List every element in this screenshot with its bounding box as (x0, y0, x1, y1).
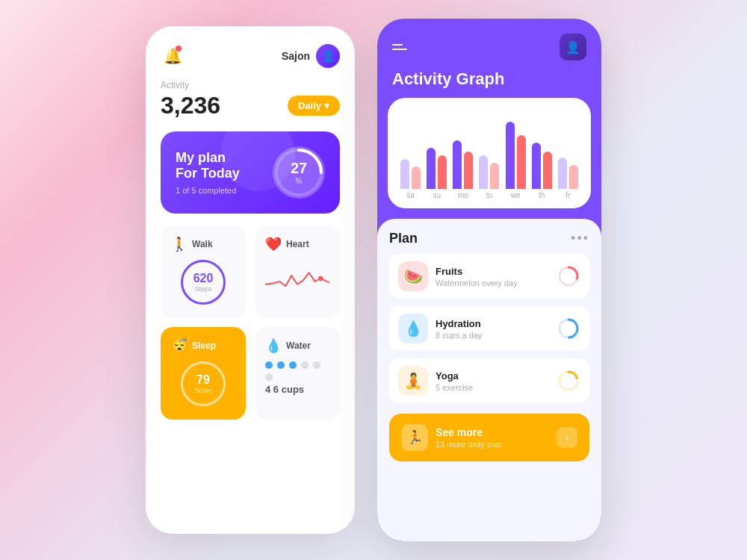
hydration-progress (557, 317, 580, 340)
sleep-card: 😴 Sleep 79 Score (161, 327, 246, 420)
walk-unit: Steps (194, 285, 211, 293)
hydration-desc: 8 cups a day (436, 331, 549, 340)
hydration-name: Hydration (436, 318, 549, 329)
notification-dot (176, 46, 182, 52)
water-title: Water (286, 340, 311, 351)
header: 🔔 Sajon 👤 (161, 44, 340, 68)
dots-menu[interactable]: ••• (571, 231, 589, 246)
plan-item-hydration[interactable]: 💧 Hydration 8 cups a day (389, 306, 589, 351)
plan-card: My plan For Today 1 of 5 completed 27 % (161, 131, 340, 214)
plan-title: My plan (176, 150, 240, 166)
bar-we: we (505, 122, 527, 199)
sleep-icon: 😴 (171, 337, 187, 354)
heart-title: Heart (286, 239, 309, 249)
see-more-subtitle: 13 more daily plan (436, 440, 549, 449)
user-name: Sajon (282, 50, 310, 62)
avatar[interactable]: 👤 (316, 44, 340, 68)
yoga-name: Yoga (436, 370, 549, 382)
bell-icon[interactable]: 🔔 (161, 44, 185, 68)
bar-su: su (426, 148, 447, 199)
sleep-title: Sleep (192, 340, 216, 351)
see-more-arrow: › (557, 427, 577, 448)
right-header: 👤 (377, 19, 601, 60)
water-dot-3 (289, 361, 297, 369)
walk-card: 🚶 Walk 620 Steps (161, 225, 246, 318)
see-more-button[interactable]: 🏃 See more 13 more daily plan › (389, 414, 589, 461)
fruits-desc: Watermelon every day (436, 279, 549, 287)
graph-card: sa su mo (388, 98, 591, 208)
activity-count: 3,236 (161, 92, 220, 119)
plan-header: Plan ••• (389, 231, 589, 246)
water-dots (265, 361, 329, 381)
walk-title: Walk (192, 239, 213, 249)
yoga-icon: 🧘 (398, 366, 428, 396)
walk-value: 620 (193, 272, 214, 285)
bar-tu: tu (478, 155, 500, 199)
left-phone: 🔔 Sajon 👤 Activity 3,236 Daily ▾ My plan… (146, 26, 355, 534)
bar-chart: sa su mo (400, 110, 579, 199)
heart-card: ❤️ Heart (255, 225, 340, 318)
svg-point-2 (318, 276, 323, 281)
fruits-name: Fruits (436, 266, 549, 277)
water-card: 💧 Water 4 6 cups (255, 327, 340, 420)
plan-item-yoga[interactable]: 🧘 Yoga 5 exercise (389, 358, 589, 403)
walk-circle: 620 Steps (181, 260, 226, 305)
water-content: 4 6 cups (265, 358, 329, 398)
activity-graph-title: Activity Graph (377, 60, 601, 89)
bar-mo: mo (452, 140, 474, 199)
see-more-title: See more (436, 426, 549, 438)
heart-rate-line (265, 260, 329, 297)
activity-label: Activity (161, 80, 340, 90)
water-icon: 💧 (265, 337, 282, 354)
plan-section-title: Plan (389, 231, 418, 246)
yoga-progress (557, 369, 580, 393)
right-phone: 👤 Activity Graph sa su (377, 19, 601, 541)
activity-row: 3,236 Daily ▾ (161, 92, 340, 119)
walk-icon: 🚶 (171, 236, 187, 252)
water-dot-4 (301, 361, 309, 369)
sleep-unit: Score (194, 387, 212, 394)
sleep-value: 79 (196, 373, 210, 387)
bar-sa: sa (400, 159, 421, 199)
activity-section: Activity 3,236 Daily ▾ (161, 80, 340, 119)
right-avatar[interactable]: 👤 (560, 34, 586, 60)
right-content: Plan ••• 🍉 Fruits Watermelon every day 💧… (377, 219, 601, 541)
water-dot-1 (265, 361, 273, 369)
user-info: Sajon 👤 (282, 44, 340, 68)
bar-th: th (531, 143, 553, 199)
water-count: 4 6 cups (265, 384, 329, 395)
menu-icon[interactable] (392, 44, 407, 50)
fruits-icon: 🍉 (398, 261, 428, 291)
bar-fr: fr (557, 158, 579, 199)
water-dot-5 (313, 361, 320, 369)
water-dot-6 (265, 373, 273, 381)
sleep-circle: 79 Score (181, 361, 226, 406)
hydration-icon: 💧 (398, 314, 428, 343)
see-more-icon: 🏃 (401, 424, 428, 451)
fruits-progress (557, 264, 580, 288)
plan-item-fruits[interactable]: 🍉 Fruits Watermelon every day (389, 254, 589, 299)
plan-progress: 1 of 5 completed (176, 186, 240, 195)
yoga-desc: 5 exercise (436, 383, 549, 392)
metrics-grid: 🚶 Walk 620 Steps ❤️ Heart (161, 225, 340, 420)
water-dot-2 (277, 361, 285, 369)
plan-subtitle: For Today (176, 166, 240, 181)
plan-progress-circle: 27 % (273, 146, 325, 199)
daily-button[interactable]: Daily ▾ (288, 96, 340, 116)
heart-icon: ❤️ (265, 236, 282, 252)
